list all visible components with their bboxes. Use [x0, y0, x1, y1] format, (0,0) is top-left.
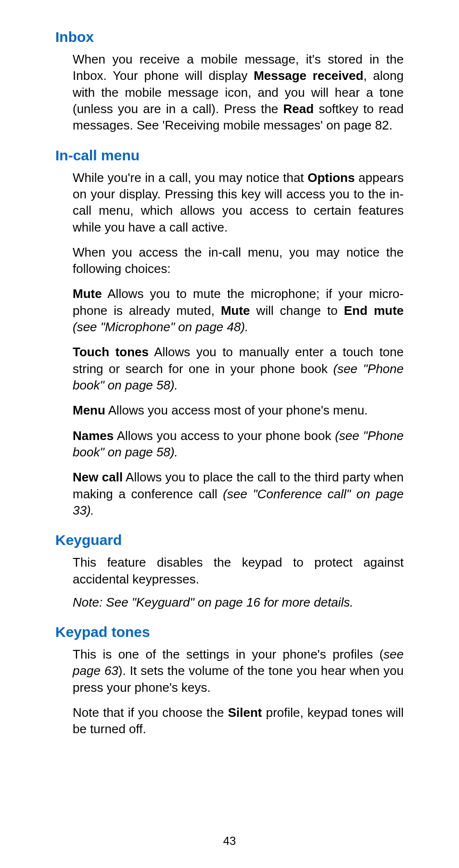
text-bold: New call [73, 470, 123, 484]
text: While you're in a call, you may notice t… [73, 170, 307, 185]
text: Allows you access to your phone book [114, 428, 335, 443]
text: Allows you access most of your phone's m… [105, 403, 368, 417]
text-bold: Touch tones [73, 345, 149, 359]
incall-mute: Mute Allows you to mute the microphone; … [73, 285, 404, 335]
keypad-paragraph-1: This is one of the settings in your phon… [73, 646, 404, 696]
text: ). It sets the volume of the tone you he… [73, 663, 404, 694]
heading-keyguard: Keyguard [55, 532, 404, 548]
keyguard-paragraph-2: Note: See "Keyguard" on page 16 for more… [73, 594, 404, 610]
inbox-paragraph: When you receive a mobile message, it's … [73, 51, 404, 134]
text: will change to [250, 303, 344, 318]
keyguard-paragraph-1: This feature disables the keypad to prot… [73, 554, 404, 587]
text-bold: Names [73, 428, 114, 443]
incall-paragraph-2: When you access the in-call menu, you ma… [73, 244, 404, 277]
text-bold: Mute [221, 303, 250, 318]
text-bold: Message received [254, 68, 363, 83]
page-number: 43 [0, 834, 459, 848]
incall-menu: Menu Allows you access most of your phon… [73, 402, 404, 418]
text-bold: Silent [228, 705, 262, 720]
text: Note that if you choose the [73, 705, 228, 720]
text: This is one of the settings in your phon… [73, 647, 383, 661]
text-bold: Menu [73, 403, 105, 417]
incall-paragraph-1: While you're in a call, you may notice t… [73, 169, 404, 235]
text-bold: Mute [73, 286, 102, 301]
text-italic: (see "Microphone" on page 48). [73, 320, 248, 334]
text-bold: End mute [344, 303, 404, 318]
heading-keypad-tones: Keypad tones [55, 624, 404, 640]
heading-inbox: Inbox [55, 29, 404, 45]
text-bold: Read [283, 102, 314, 116]
incall-touch-tones: Touch tones Allows you to manually enter… [73, 344, 404, 393]
keypad-paragraph-2: Note that if you choose the Silent profi… [73, 704, 404, 738]
heading-in-call-menu: In-call menu [55, 147, 404, 164]
incall-new-call: New call Allows you to place the call to… [73, 469, 404, 518]
text-bold: Options [307, 170, 355, 185]
incall-names: Names Allows you access to your phone bo… [73, 428, 404, 461]
